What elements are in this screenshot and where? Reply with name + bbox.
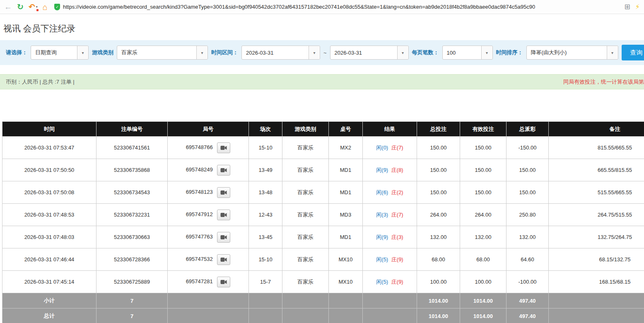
cell-session: 13-45 <box>249 226 282 248</box>
header-result: 结果 <box>363 122 417 137</box>
round-replay-button[interactable] <box>217 277 230 287</box>
cell-total-bet[interactable]: 150.00 <box>417 159 460 181</box>
cell-time: 2026-03-31 07:45:14 <box>2 271 96 293</box>
page-size-select[interactable]: 100 ▾ <box>442 46 493 60</box>
date-to-value: 2026-03-31 <box>330 46 397 59</box>
cell-empty <box>329 309 363 323</box>
table-row: 2026-03-31 07:50:50 523306735868 6957482… <box>2 159 644 181</box>
cell-note: 264.75/515.55 <box>549 204 644 226</box>
query-type-value: 日期查询 <box>31 46 77 59</box>
cell-payout: -150.00 <box>507 137 549 159</box>
cell-table: MD1 <box>329 181 363 204</box>
back-icon[interactable]: ← <box>4 3 12 11</box>
cell-note: 515.55/665.55 <box>549 181 644 204</box>
cell-total-bet[interactable]: 150.00 <box>417 181 460 204</box>
result-player: 闲(6) <box>376 189 388 195</box>
cell-payout: -100.00 <box>507 271 549 293</box>
result-banker: 庄(3) <box>391 234 403 240</box>
chevron-down-icon[interactable]: ▾ <box>196 46 207 59</box>
refresh-icon[interactable]: ↻ <box>17 3 24 11</box>
sort-select[interactable]: 降幂(由大到小) ▾ <box>526 46 618 60</box>
round-replay-button[interactable] <box>217 232 230 243</box>
chevron-down-icon[interactable]: ▾ <box>397 46 408 59</box>
table-header-row: 时间 注单编号 局号 场次 游戏类别 桌号 结果 总投注 有效投注 总派彩 备注 <box>2 122 644 137</box>
address-bar[interactable]: ✓ https://videoie.com/game/betrecord_sea… <box>53 2 620 12</box>
cell-round: 695748123 <box>168 181 249 204</box>
cell-session: 15-7 <box>249 271 282 293</box>
cell-game-type: 百家乐 <box>282 137 329 159</box>
cell-table: MX10 <box>329 248 363 271</box>
cell-round: 695747532 <box>168 248 249 271</box>
cell-time: 2026-03-31 07:50:50 <box>2 159 96 181</box>
chevron-down-icon[interactable]: ▾ <box>309 46 320 59</box>
sort-label: 时间排序： <box>496 49 523 56</box>
cell-game-type: 百家乐 <box>282 181 329 204</box>
header-payout: 总派彩 <box>507 122 549 137</box>
search-button[interactable]: 查询 <box>622 45 644 60</box>
cell-game-type: 百家乐 <box>282 159 329 181</box>
security-shield-icon[interactable]: ✓ <box>54 4 60 10</box>
cell-valid-bet: 150.00 <box>460 181 507 204</box>
chevron-down-icon[interactable]: ▾ <box>77 46 88 59</box>
cell-table: MX10 <box>329 271 363 293</box>
round-replay-button[interactable] <box>217 142 230 153</box>
header-table: 桌号 <box>329 122 363 137</box>
round-replay-button[interactable] <box>217 210 230 220</box>
cell-total-bet[interactable]: 132.00 <box>417 226 460 248</box>
result-player: 闲(0) <box>376 145 388 151</box>
undo-button[interactable]: ↶ ▾ <box>29 2 38 12</box>
cell-empty <box>363 309 417 323</box>
header-time: 时间 <box>2 122 96 137</box>
home-icon[interactable]: ⌂ <box>43 3 48 11</box>
cell-payout: 64.60 <box>507 248 549 271</box>
cell-payout: 132.00 <box>507 226 549 248</box>
video-camera-icon <box>220 235 227 240</box>
chevron-down-icon[interactable]: ▾ <box>607 46 618 59</box>
cell-bet-id: 523306732231 <box>96 204 168 226</box>
cell-table: MD1 <box>329 159 363 181</box>
cell-result: 闲(6) 庄(2) <box>363 181 417 204</box>
cell-time: 2026-03-31 07:48:03 <box>2 226 96 248</box>
cell-table: MX2 <box>329 137 363 159</box>
round-replay-button[interactable] <box>217 165 230 176</box>
result-banker: 庄(7) <box>391 145 403 151</box>
date-from-select[interactable]: 2026-03-31 ▾ <box>241 46 320 60</box>
cell-total-bet[interactable]: 68.00 <box>417 248 460 271</box>
apps-grid-icon[interactable]: ⊞ <box>625 2 630 11</box>
table-body: 2026-03-31 07:53:47 523306741561 6957487… <box>2 137 644 293</box>
table-row: 2026-03-31 07:53:47 523306741561 6957487… <box>2 137 644 159</box>
cell-round: 695748766 <box>168 137 249 159</box>
chevron-down-icon[interactable]: ▾ <box>481 46 492 59</box>
subtotal-payout: 497.40 <box>507 293 549 309</box>
cell-total-bet[interactable]: 150.00 <box>417 137 460 159</box>
total-total-bet: 1014.00 <box>417 309 460 323</box>
cell-round: 695748249 <box>168 159 249 181</box>
round-replay-button[interactable] <box>217 254 230 265</box>
cell-valid-bet: 150.00 <box>460 159 507 181</box>
cell-time: 2026-03-31 07:48:53 <box>2 204 96 226</box>
notification-dot <box>36 9 39 11</box>
round-replay-button[interactable] <box>217 187 230 198</box>
undo-icon[interactable]: ↶ <box>29 2 35 12</box>
result-player: 闲(5) <box>376 279 388 285</box>
cell-total-bet[interactable]: 100.00 <box>417 271 460 293</box>
cell-session: 12-43 <box>249 204 282 226</box>
page-title: 视讯 会员下注纪录 <box>3 23 644 33</box>
result-banker: 庄(9) <box>391 256 403 263</box>
round-number: 695748249 <box>186 166 213 173</box>
query-type-label: 请选择： <box>6 49 27 56</box>
chevron-down-icon[interactable]: ▾ <box>36 5 38 9</box>
date-to-select[interactable]: 2026-03-31 ▾ <box>330 46 409 60</box>
subtotal-total-bet: 1014.00 <box>417 293 460 309</box>
cell-session: 13-49 <box>249 159 282 181</box>
cell-note: 68.15/132.75 <box>549 248 644 271</box>
header-valid-bet: 有效投注 <box>460 122 507 137</box>
subtotal-label: 小计 <box>2 293 96 309</box>
game-type-select[interactable]: 百家乐 ▾ <box>117 46 208 60</box>
lightning-icon[interactable]: ⚡ <box>635 3 640 11</box>
date-from-value: 2026-03-31 <box>242 46 309 59</box>
query-type-select[interactable]: 日期查询 ▾ <box>31 46 89 60</box>
url-text[interactable]: https://videoie.com/game/betrecord_searc… <box>63 4 535 10</box>
header-total-bet: 总投注 <box>417 122 460 137</box>
cell-total-bet[interactable]: 264.00 <box>417 204 460 226</box>
